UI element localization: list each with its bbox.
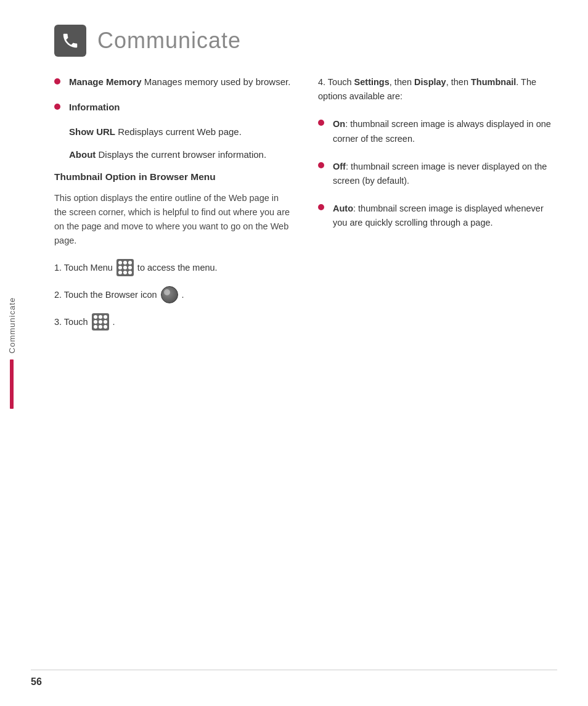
bullet-manage-memory: Manage Memory Manages memory used by bro… xyxy=(54,75,293,89)
bullet-information-content: Information xyxy=(69,101,293,115)
step-4-thumbnail: Thumbnail xyxy=(471,77,516,87)
sidebar: Communicate xyxy=(0,0,23,706)
step-4-mid2: , then xyxy=(446,77,468,87)
step-2-prefix: 2. Touch the Browser icon xyxy=(54,289,157,302)
on-bold: On xyxy=(333,119,345,129)
phone-icon xyxy=(61,31,80,50)
step-3-text: 3. Touch xyxy=(54,313,115,330)
grid-dots-3 xyxy=(94,315,107,329)
step-1-prefix: 1. Touch Menu xyxy=(54,261,113,275)
show-url-bold: Show URL xyxy=(69,126,115,137)
page-divider xyxy=(31,670,557,670)
auto-text: : thumbnail screen image is displayed wh… xyxy=(333,203,544,228)
step-4-display: Display xyxy=(414,77,446,87)
step-3: 3. Touch xyxy=(54,313,293,330)
bullet-on-content: On: thumbnail screen image is always dis… xyxy=(333,117,557,146)
step-1-text: 1. Touch Menu xyxy=(54,259,218,276)
main-content: Communicate Manage Memory Manages memory… xyxy=(23,0,588,706)
col-right: 4. Touch Settings, then Display, then Th… xyxy=(318,75,557,669)
bullet-manage-memory-content: Manage Memory Manages memory used by bro… xyxy=(69,75,293,89)
bullet-dot-auto xyxy=(318,204,324,210)
about-text: Displays the current browser information… xyxy=(96,149,266,160)
thumbnail-section-heading: Thumbnail Option in Browser Menu xyxy=(54,170,293,184)
page-number: 56 xyxy=(31,676,42,688)
sidebar-bar xyxy=(10,359,14,409)
grid-dots xyxy=(118,261,132,274)
sidebar-label: Communicate xyxy=(7,297,17,353)
step-4-settings: Settings xyxy=(354,77,390,87)
manage-memory-text: Manages memory used by browser. xyxy=(142,76,291,87)
step-3-prefix: 3. Touch xyxy=(54,316,88,329)
bullet-dot xyxy=(54,78,60,84)
col-left: Manage Memory Manages memory used by bro… xyxy=(54,75,293,669)
step-4-mid1: , then xyxy=(390,77,412,87)
step-4: 4. Touch Settings, then Display, then Th… xyxy=(318,75,557,104)
bullet-dot-on xyxy=(318,120,324,126)
two-col-layout: Manage Memory Manages memory used by bro… xyxy=(54,75,557,669)
bullet-dot-info xyxy=(54,104,60,110)
step-1-suffix: to access the menu. xyxy=(137,261,218,275)
bullet-off-content: Off: thumbnail screen image is never dis… xyxy=(333,160,557,188)
sub-show-url: Show URL Redisplays current Web page. xyxy=(69,125,293,139)
bullet-information: Information xyxy=(54,101,293,115)
step-1: 1. Touch Menu xyxy=(54,259,293,276)
page-title: Communicate xyxy=(97,28,241,54)
browser-icon xyxy=(161,286,178,303)
step-2: 2. Touch the Browser icon . xyxy=(54,286,293,303)
step-4-prefix: 4. Touch xyxy=(318,77,352,87)
bullet-auto-content: Auto: thumbnail screen image is displaye… xyxy=(333,202,557,230)
bullet-dot-off xyxy=(318,162,324,168)
bullet-auto: Auto: thumbnail screen image is displaye… xyxy=(318,202,557,230)
sub-about: About Displays the current browser infor… xyxy=(69,148,293,162)
menu-grid-icon xyxy=(116,259,134,276)
bullet-off: Off: thumbnail screen image is never dis… xyxy=(318,160,557,188)
about-bold: About xyxy=(69,149,96,160)
step-2-suffix: . xyxy=(182,289,184,302)
off-text: : thumbnail screen image is never displa… xyxy=(333,162,547,186)
step-3-suffix: . xyxy=(113,316,115,329)
information-bold: Information xyxy=(69,102,120,112)
step-2-text: 2. Touch the Browser icon . xyxy=(54,286,184,303)
auto-bold: Auto xyxy=(333,203,353,213)
grid-icon-step3 xyxy=(92,313,109,330)
show-url-text: Redisplays current Web page. xyxy=(115,126,242,137)
off-bold: Off xyxy=(333,162,346,171)
page-container: Communicate Communicate Manage Memory Ma… xyxy=(0,0,588,706)
manage-memory-bold: Manage Memory xyxy=(69,76,142,87)
on-text: : thumbnail screen image is always displ… xyxy=(333,119,551,143)
header-icon xyxy=(54,25,86,57)
thumbnail-section-body: This option displays the entire outline … xyxy=(54,191,293,248)
bullet-on: On: thumbnail screen image is always dis… xyxy=(318,117,557,146)
header: Communicate xyxy=(54,25,557,57)
